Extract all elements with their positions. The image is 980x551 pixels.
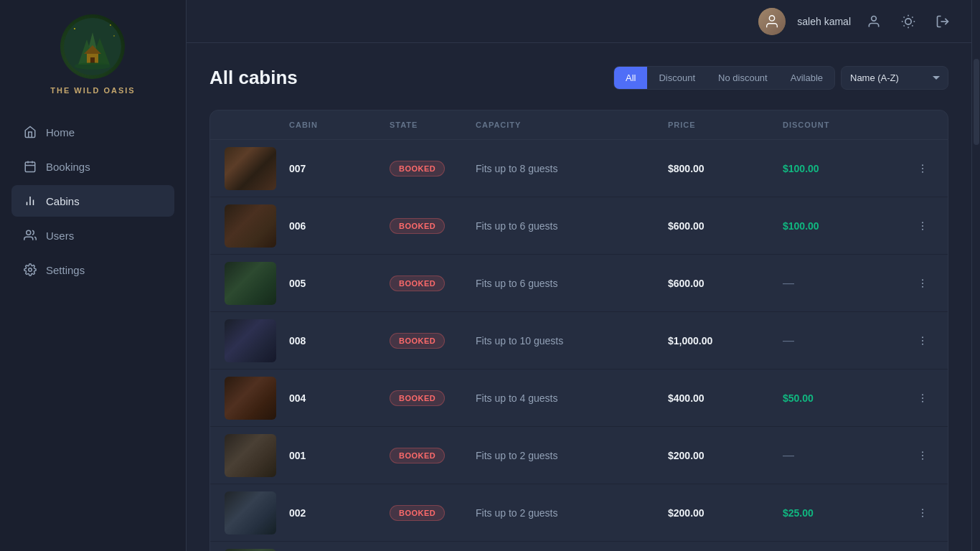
cabin-001-discount: — [783, 449, 897, 462]
svg-point-7 [75, 62, 110, 70]
cabin-004-price: $400.00 [668, 392, 783, 404]
cabin-004-capacity: Fits up to 4 guests [476, 392, 668, 404]
svg-point-48 [922, 455, 923, 456]
col-cabin-label: CABIN [289, 121, 390, 129]
nav-menu: Home Bookings Cab [0, 116, 186, 286]
sort-select[interactable]: Name (A-Z) Name (Z-A) Price (low-high) P… [841, 66, 948, 90]
filter-available-button[interactable]: Avilable [779, 67, 834, 89]
svg-point-20 [770, 15, 775, 20]
cabin-001-menu-button[interactable] [912, 445, 933, 466]
svg-point-44 [922, 394, 923, 395]
cabin-008-capacity: Fits up to 10 guests [476, 335, 668, 347]
cabin-006-price: $600.00 [668, 220, 783, 232]
cabin-007-actions [897, 158, 933, 179]
cabin-001-price: $200.00 [668, 450, 783, 461]
cabin-005-capacity: Fits up to 6 guests [476, 278, 668, 289]
cabin-004-state: BOOKED [390, 390, 476, 406]
table-header: CABIN STATE CAPACITY PRICE DISCOUNT [210, 110, 948, 140]
svg-point-41 [922, 336, 923, 338]
col-capacity-label: CAPACITY [476, 121, 668, 129]
cabin-006-discount: $100.00 [783, 220, 897, 232]
svg-point-35 [922, 222, 923, 223]
theme-toggle-button[interactable] [897, 10, 920, 33]
cabin-006-name: 006 [289, 220, 390, 232]
table-row: 005 BOOKED Fits up to 6 guests $600.00 — [210, 255, 948, 312]
sidebar-item-cabins[interactable]: Cabins [11, 185, 174, 217]
svg-point-36 [922, 225, 923, 227]
filter-all-button[interactable]: All [614, 67, 647, 89]
sidebar-item-bookings[interactable]: Bookings [11, 151, 174, 182]
svg-point-38 [922, 279, 923, 281]
cabin-007-state: BOOKED [390, 161, 476, 176]
svg-point-8 [74, 28, 75, 29]
page-content: All cabins All Discount No discount Avil… [187, 43, 971, 551]
svg-point-21 [872, 16, 877, 21]
scrollbar[interactable] [971, 0, 980, 551]
cabin-004-image [225, 377, 276, 420]
svg-point-9 [110, 24, 111, 26]
table-row: 008 BOOKED Fits up to 10 guests $1,000.0… [210, 312, 948, 369]
table-row: 002 BOOKED Fits up to 2 guests $200.00 $… [210, 484, 948, 542]
cabin-007-image [225, 147, 276, 190]
svg-point-49 [922, 458, 923, 459]
cabin-008-menu-button[interactable] [912, 330, 933, 352]
cabin-006-menu-button[interactable] [912, 215, 933, 237]
cabin-002-menu-button[interactable] [912, 502, 933, 524]
cabin-002-actions [897, 502, 933, 524]
sidebar-item-bookings-label: Bookings [46, 161, 90, 173]
cabin-006-state: BOOKED [390, 218, 476, 234]
page-header: All cabins All Discount No discount Avil… [209, 66, 948, 90]
cabin-004-menu-button[interactable] [912, 387, 933, 409]
home-icon [23, 125, 37, 139]
cabins-table: CABIN STATE CAPACITY PRICE DISCOUNT 007 … [209, 110, 948, 551]
logo-image [60, 14, 125, 79]
cabin-002-state: BOOKED [390, 505, 476, 521]
bar-chart-icon [23, 194, 37, 208]
profile-icon-button[interactable] [862, 10, 885, 33]
sidebar-item-users[interactable]: Users [11, 220, 174, 251]
svg-point-40 [922, 286, 923, 287]
filter-bar: All Discount No discount Avilable Name (… [613, 66, 948, 90]
svg-point-33 [922, 168, 923, 169]
cabin-001-image [225, 434, 276, 477]
cabin-008-discount: — [783, 334, 897, 347]
cabin-005-image [225, 262, 276, 305]
svg-point-34 [922, 171, 923, 172]
cabin-008-name: 008 [289, 335, 390, 347]
scrollbar-thumb[interactable] [974, 59, 979, 145]
svg-point-22 [905, 18, 911, 24]
cabin-005-discount: — [783, 277, 897, 290]
table-row: 001 BOOKED Fits up to 2 guests $200.00 — [210, 427, 948, 484]
logout-button[interactable] [931, 10, 954, 33]
svg-point-10 [114, 35, 116, 37]
filter-buttons: All Discount No discount Avilable [613, 66, 835, 90]
col-cabin [225, 121, 289, 129]
svg-point-32 [922, 164, 923, 166]
cabin-002-name: 002 [289, 507, 390, 519]
sidebar: THE WILD OASIS Home Bookin [0, 0, 187, 551]
cabin-005-actions [897, 273, 933, 294]
svg-point-45 [922, 397, 923, 399]
svg-rect-6 [90, 57, 95, 63]
avatar [758, 8, 786, 35]
cabin-001-actions [897, 445, 933, 466]
cabin-007-capacity: Fits up to 8 guests [476, 163, 668, 174]
app-name: THE WILD OASIS [50, 86, 135, 95]
cabin-002-discount: $25.00 [783, 507, 897, 519]
cabin-006-image [225, 204, 276, 248]
table-row: 003 BOOKED Fits up to 4 guests $400.00 — [210, 542, 948, 551]
sidebar-item-home[interactable]: Home [11, 116, 174, 148]
cabin-005-menu-button[interactable] [912, 273, 933, 294]
filter-discount-button[interactable]: Discount [647, 67, 707, 89]
svg-point-52 [922, 515, 923, 517]
sidebar-item-settings[interactable]: Settings [11, 254, 174, 286]
cabin-007-menu-button[interactable] [912, 158, 933, 179]
cabin-004-name: 004 [289, 392, 390, 404]
cabin-008-price: $1,000.00 [668, 335, 783, 347]
svg-point-42 [922, 340, 923, 342]
cabin-001-state: BOOKED [390, 448, 476, 463]
page-title: All cabins [209, 67, 298, 89]
cabin-004-actions [897, 387, 933, 409]
svg-point-47 [922, 451, 923, 453]
filter-no-discount-button[interactable]: No discount [707, 67, 779, 89]
